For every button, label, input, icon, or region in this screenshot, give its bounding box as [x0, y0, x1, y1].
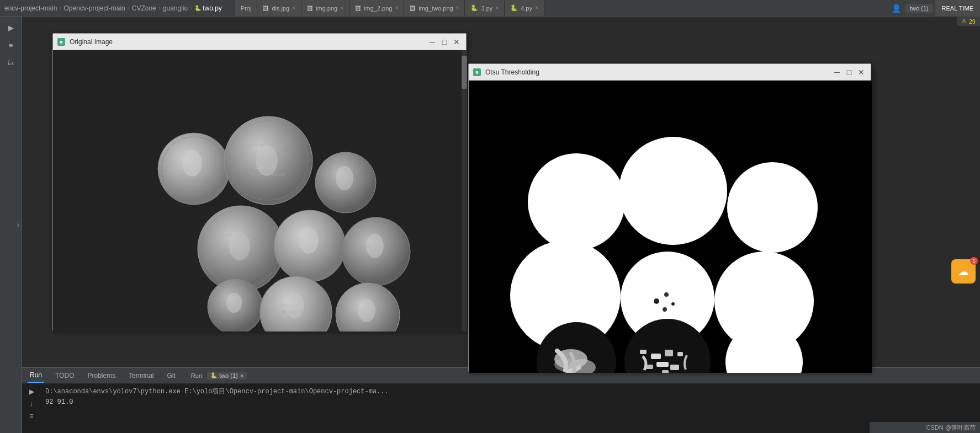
tab-dis-close[interactable]: × — [292, 6, 295, 11]
otsu-thresholding-window: ■ Otsu Thresholding ─ □ ✕ — [468, 63, 871, 372]
original-scrollbar-thumb — [462, 56, 467, 89]
breadcrumb-item-2[interactable]: Opencv-project-main — [63, 4, 125, 12]
image-icon: 🖼 — [263, 5, 269, 12]
panel-tab-problems[interactable]: Problems — [85, 368, 118, 383]
panel-tab-todo[interactable]: TODO — [53, 368, 76, 383]
run-chip[interactable]: 🐍 two (1) × — [207, 372, 247, 379]
run-restart-btn[interactable]: ▶ — [27, 387, 36, 397]
console-area: D:\anaconda\envs\yolov7\python.exe E:\yo… — [22, 383, 980, 433]
tab-4py-close[interactable]: × — [535, 6, 538, 11]
sidebar-run-icon[interactable]: ▶ — [4, 21, 18, 34]
py3-icon: 🐍 — [470, 4, 478, 12]
breadcrumb-item-4[interactable]: guangliu — [163, 4, 188, 12]
run-chip-close[interactable]: × — [240, 372, 243, 379]
tab-3py-close[interactable]: × — [495, 6, 499, 11]
breadcrumb-item-1[interactable]: encv-project-main — [4, 4, 57, 12]
tab-4py-label: 4.py — [521, 5, 532, 12]
warning-icon: ⚠ — [961, 18, 967, 25]
svg-point-25 — [226, 293, 242, 313]
otsu-image-canvas — [469, 81, 872, 373]
otsu-window-titlebar[interactable]: ■ Otsu Thresholding ─ □ ✕ — [469, 64, 871, 81]
svg-rect-50 — [665, 350, 673, 356]
image2-icon: 🖼 — [307, 5, 313, 12]
otsu-maximize-btn[interactable]: □ — [844, 67, 854, 77]
original-scrollbar-v[interactable] — [462, 50, 467, 332]
panel-tab-git[interactable]: Git — [165, 368, 178, 383]
svg-point-39 — [663, 307, 667, 312]
panel-tab-terminal[interactable]: Terminal — [126, 368, 156, 383]
run-controls: ▶ ↓ ≡ — [24, 384, 39, 423]
run-settings-btn[interactable]: ≡ — [27, 411, 36, 421]
tab-imgtwo-png[interactable]: 🖼 img_two.png × — [404, 0, 465, 16]
original-maximize-btn[interactable]: □ — [439, 37, 449, 47]
breadcrumb-sep-1: › — [59, 4, 61, 12]
tab-img-close[interactable]: × — [340, 6, 343, 11]
original-minimize-btn[interactable]: ─ — [427, 37, 437, 47]
python-file-icon: 🐍 — [194, 5, 201, 11]
top-bar: encv-project-main › Opencv-project-main … — [0, 0, 980, 17]
original-window-titlebar[interactable]: ■ Original Image ─ □ ✕ — [53, 34, 466, 50]
tab-dis-jpg[interactable]: 🖼 dis.jpg × — [257, 0, 301, 16]
svg-point-4 — [182, 150, 202, 177]
tab-imgtwo-close[interactable]: × — [456, 6, 459, 11]
ide-main: ▶ ≡ Ex › ■ Original Image ─ □ ✕ — [0, 17, 980, 433]
run-chip-header[interactable]: two (1) — [905, 4, 933, 13]
tab-3py[interactable]: 🐍 3.py × — [465, 0, 505, 16]
console-output: D:\anaconda\envs\yolov7\python.exe E:\yo… — [39, 383, 980, 411]
image3-icon: 🖼 — [355, 5, 361, 12]
breadcrumb: encv-project-main › Opencv-project-main … — [4, 4, 222, 12]
otsu-window-controls: ─ □ ✕ — [832, 67, 866, 77]
original-image-canvas: TRUST STATES OF AMER LIBERTY QUARTER DOL… — [53, 50, 467, 332]
run-chip-label: two (1) — [219, 372, 238, 379]
notif-count: 1 — [970, 257, 978, 265]
status-text: CSDN @落叶霜荷 — [926, 424, 976, 432]
notification-bubble[interactable]: ☁ 1 — [951, 259, 976, 284]
tab-img-png[interactable]: 🖼 img.png × — [301, 0, 349, 16]
tab-3py-label: 3.py — [481, 5, 492, 12]
svg-rect-54 — [670, 365, 679, 370]
original-close-btn[interactable]: ✕ — [452, 37, 462, 47]
otsu-close-btn[interactable]: ✕ — [856, 67, 866, 77]
svg-text:TRUST: TRUST — [183, 179, 198, 184]
breadcrumb-sep-3: › — [158, 4, 161, 12]
svg-point-38 — [654, 298, 659, 304]
otsu-window-title: Otsu Thresholding — [485, 68, 828, 76]
panel-tab-run[interactable]: Run — [28, 368, 44, 383]
breadcrumb-item-3[interactable]: CVZone — [132, 4, 156, 12]
user-icon[interactable]: 👤 — [892, 4, 901, 13]
breadcrumb-sep-2: › — [128, 4, 130, 12]
sidebar-ex-icon[interactable]: Ex — [4, 56, 18, 70]
svg-point-31 — [358, 299, 375, 322]
svg-point-33 — [528, 153, 625, 250]
original-coins-svg: TRUST STATES OF AMER LIBERTY QUARTER DOL… — [53, 50, 467, 332]
tab-4py[interactable]: 🐍 4.py × — [505, 0, 544, 16]
svg-text:LIBERTY: LIBERTY — [296, 256, 315, 261]
tab-img2-png[interactable]: 🖼 img_2.png × — [349, 0, 404, 16]
otsu-window-app-icon: ■ — [473, 68, 481, 76]
original-image-window: ■ Original Image ─ □ ✕ — [52, 33, 467, 331]
bottom-panel: Run TODO Problems Terminal Git Run: 🐍 tw… — [22, 367, 980, 433]
otsu-minimize-btn[interactable]: ─ — [832, 67, 842, 77]
warning-bar: ⚠ 29 — [957, 17, 980, 26]
breadcrumb-filename: two.py — [203, 4, 222, 12]
status-bar: CSDN @落叶霜荷 — [870, 422, 980, 433]
svg-point-23 — [366, 234, 384, 258]
editor-area: ■ Original Image ─ □ ✕ — [22, 17, 980, 433]
tabs-area: Proj 🖼 dis.jpg × 🖼 img.png × 🖼 img_2.png… — [235, 0, 544, 16]
svg-rect-52 — [656, 362, 669, 367]
svg-point-13 — [336, 166, 353, 190]
tab-img2-close[interactable]: × — [395, 6, 398, 11]
tab-real-time[interactable]: REAL TIME — [935, 0, 980, 17]
original-window-app-icon: ■ — [57, 38, 65, 46]
svg-point-29 — [285, 293, 304, 318]
expand-arrow[interactable]: › — [17, 220, 19, 230]
run-stop-btn[interactable]: ↓ — [27, 399, 36, 409]
svg-point-20 — [299, 227, 319, 254]
run-info: Run: 🐍 two (1) × — [191, 372, 247, 379]
svg-rect-49 — [651, 354, 661, 359]
tab-imgtwo-label: img_two.png — [419, 5, 453, 12]
warning-count: 29 — [969, 18, 976, 25]
sidebar-menu-icon[interactable]: ≡ — [4, 39, 18, 52]
original-window-title: Original Image — [70, 38, 423, 46]
tab-proj[interactable]: Proj — [235, 0, 258, 16]
